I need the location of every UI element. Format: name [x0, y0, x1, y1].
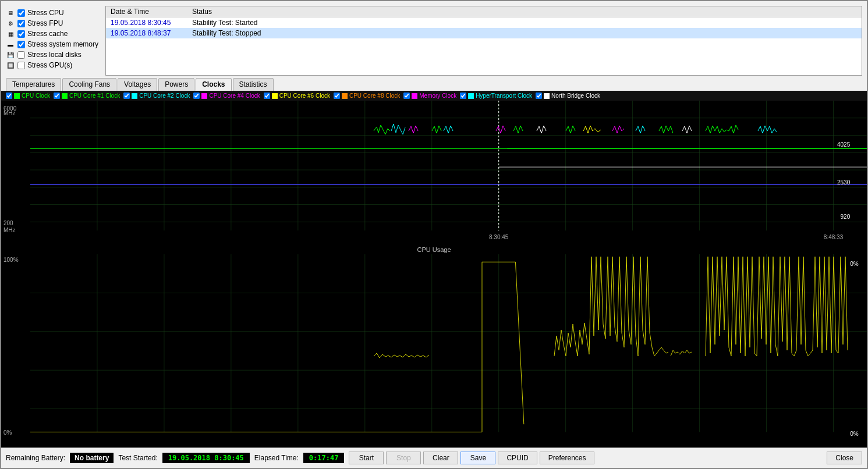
stress-cpu-checkbox[interactable]: [17, 9, 25, 17]
stop-button[interactable]: Stop: [386, 452, 421, 464]
legend-ht-cb[interactable]: [460, 93, 466, 99]
clock-legend: CPU Clock CPU Core #1 Clock CPU Core #2 …: [1, 91, 867, 101]
tab-clocks[interactable]: Clocks: [196, 78, 231, 91]
legend-nb-color: [544, 93, 550, 99]
log-date-1: 19.05.2018 8:30:45: [106, 17, 187, 29]
stress-cpu-label: Stress CPU: [27, 9, 64, 17]
stress-options: 🖥 Stress CPU ⚙ Stress FPU ▦ Stress cache…: [6, 6, 98, 76]
legend-core2-clock: CPU Core #2 Clock: [123, 93, 190, 99]
elapsed-label: Elapsed Time:: [254, 454, 299, 462]
cpu-y-min: 0%: [3, 429, 12, 436]
cpu-usage-yaxis: 100% 0%: [1, 254, 30, 447]
legend-cpu-clock-label: CPU Clock: [22, 93, 50, 99]
stress-cache-checkbox[interactable]: [17, 30, 25, 38]
legend-core2-color: [132, 93, 137, 99]
legend-nb-clock: North Bridge Clock: [536, 93, 600, 99]
legend-core6-label: CPU Core #6 Clock: [279, 93, 330, 99]
start-button[interactable]: Start: [349, 452, 384, 464]
legend-core4-label: CPU Core #4 Clock: [209, 93, 260, 99]
stress-gpu-item: 🔲 Stress GPU(s): [6, 61, 98, 70]
tab-cooling-fans[interactable]: Cooling Fans: [62, 78, 116, 91]
cpu-usage-canvas: 0% 0%: [30, 254, 867, 447]
tabs-bar: Temperatures Cooling Fans Voltages Power…: [1, 76, 867, 91]
stress-memory-item: ▬ Stress system memory: [6, 40, 98, 49]
stress-disks-checkbox[interactable]: [17, 51, 25, 59]
legend-memory-clock: Memory Clock: [403, 93, 456, 99]
legend-core6-color: [272, 93, 278, 99]
legend-nb-label: North Bridge Clock: [551, 93, 600, 99]
svg-line-53: [515, 262, 523, 424]
clock-chart-canvas: 4025 4025 2530 2530 920 920 8:30:45 8:48…: [30, 101, 867, 245]
legend-core8-cb[interactable]: [334, 93, 340, 99]
elapsed-value: 0:17:47: [303, 453, 345, 463]
legend-core8-clock: CPU Core #8 Clock: [334, 93, 400, 99]
legend-core8-color: [342, 93, 348, 99]
log-status-1: Stability Test: Started: [187, 17, 862, 29]
svg-text:0%: 0%: [850, 431, 859, 437]
log-row-1[interactable]: 19.05.2018 8:30:45 Stability Test: Start…: [106, 17, 862, 29]
legend-memory-color: [412, 93, 417, 99]
stress-memory-label: Stress system memory: [27, 40, 98, 48]
bottom-bar: Remaining Battery: No battery Test Start…: [1, 447, 867, 468]
charts-area: CPU Clock CPU Core #1 Clock CPU Core #2 …: [1, 91, 867, 447]
stress-disks-label: Stress local disks: [27, 51, 82, 59]
cache-icon: ▦: [6, 29, 15, 38]
legend-cpu-clock-color: [14, 93, 20, 99]
legend-cpu-clock-cb[interactable]: [6, 93, 12, 99]
svg-text:8:48:33: 8:48:33: [824, 234, 844, 240]
cpuid-button[interactable]: CPUID: [498, 452, 537, 464]
legend-core4-cb[interactable]: [193, 93, 200, 99]
legend-core1-color: [62, 93, 68, 99]
stress-fpu-checkbox[interactable]: [17, 20, 25, 27]
legend-cpu-clock: CPU Clock: [6, 93, 50, 99]
log-status-2: Stability Test: Stopped: [187, 28, 862, 38]
fpu-icon: ⚙: [6, 19, 15, 28]
legend-nb-cb[interactable]: [536, 93, 542, 99]
svg-text:2530: 2530: [837, 179, 851, 186]
clock-chart-area: 6000 MHz 200 MHz: [1, 101, 867, 245]
legend-ht-clock: HyperTransport Clock: [460, 93, 532, 99]
stress-gpu-label: Stress GPU(s): [27, 61, 72, 69]
svg-text:4025: 4025: [837, 141, 851, 148]
legend-ht-label: HyperTransport Clock: [476, 93, 532, 99]
clear-button[interactable]: Clear: [423, 452, 458, 464]
cpu-usage-svg: 0% 0%: [30, 254, 867, 447]
stress-fpu-item: ⚙ Stress FPU: [6, 19, 98, 28]
legend-core1-cb[interactable]: [54, 93, 60, 99]
cpu-icon: 🖥: [6, 8, 15, 17]
stress-cpu-item: 🖥 Stress CPU: [6, 8, 98, 17]
legend-core8-label: CPU Core #8 Clock: [349, 93, 400, 99]
legend-core2-label: CPU Core #2 Clock: [139, 93, 190, 99]
stress-gpu-checkbox[interactable]: [17, 62, 25, 69]
action-buttons: Start Stop Clear Save CPUID Preferences: [349, 452, 594, 464]
cpu-usage-chart-area: 100% 0%: [1, 254, 867, 447]
tab-voltages[interactable]: Voltages: [118, 78, 157, 91]
log-date-2: 19.05.2018 8:48:37: [106, 28, 187, 38]
memory-icon: ▬: [6, 40, 15, 49]
legend-core2-cb[interactable]: [123, 93, 130, 99]
battery-value: No battery: [70, 453, 114, 463]
stress-memory-checkbox[interactable]: [17, 41, 25, 48]
tab-statistics[interactable]: Statistics: [233, 78, 274, 91]
clock-svg: 4025 4025 2530 2530 920 920 8:30:45 8:48…: [30, 101, 867, 245]
top-panel: 🖥 Stress CPU ⚙ Stress FPU ▦ Stress cache…: [1, 1, 867, 76]
legend-core6-cb[interactable]: [264, 93, 270, 99]
legend-core4-clock: CPU Core #4 Clock: [193, 93, 260, 99]
disk-icon: 💾: [6, 50, 15, 59]
cpu-y-max: 100%: [3, 257, 19, 263]
y-max-unit: MHz: [3, 110, 16, 116]
stress-disks-item: 💾 Stress local disks: [6, 50, 98, 59]
stress-fpu-label: Stress FPU: [27, 19, 63, 27]
main-window: 🖥 Stress CPU ⚙ Stress FPU ▦ Stress cache…: [0, 0, 868, 469]
log-header-datetime: Date & Time: [106, 6, 187, 17]
save-button[interactable]: Save: [460, 452, 495, 464]
log-table: Date & Time Status 19.05.2018 8:30:45 St…: [105, 6, 862, 76]
preferences-button[interactable]: Preferences: [540, 452, 595, 464]
tab-temperatures[interactable]: Temperatures: [6, 78, 61, 91]
tab-powers[interactable]: Powers: [158, 78, 194, 91]
legend-memory-cb[interactable]: [403, 93, 410, 99]
test-started-value: 19.05.2018 8:30:45: [162, 453, 250, 463]
stress-cache-item: ▦ Stress cache: [6, 29, 98, 38]
log-row-2[interactable]: 19.05.2018 8:48:37 Stability Test: Stopp…: [106, 28, 862, 38]
close-button[interactable]: Close: [827, 452, 862, 464]
